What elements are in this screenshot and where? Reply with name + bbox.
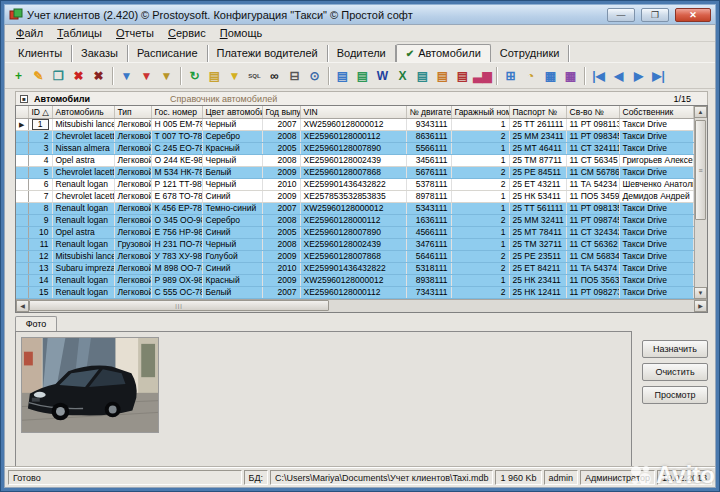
column-header-3[interactable]: Тип xyxy=(114,106,151,118)
horizontal-scrollbar[interactable]: ◀ ||| ▶ xyxy=(16,299,707,312)
row-selector-cell[interactable] xyxy=(16,154,28,166)
column-header-4[interactable]: Гос. номер xyxy=(151,106,202,118)
table-row[interactable]: 13Subaru imprezaЛегковойМ 898 ОО-78Синий… xyxy=(16,262,693,274)
table-row[interactable]: 14Renault loganЛегковойР 989 ОХ-98Красны… xyxy=(16,274,693,286)
row-selector-cell[interactable] xyxy=(16,214,28,226)
vertical-scrollbar[interactable]: ▲ ≡ ▼ xyxy=(694,106,707,299)
export-template-icon[interactable]: ▤ xyxy=(433,66,452,85)
maximize-button[interactable]: ❐ xyxy=(641,8,669,22)
minimize-button[interactable]: — xyxy=(607,8,635,22)
scroll-right-icon[interactable]: ▶ xyxy=(694,300,707,312)
export-pdf-icon[interactable]: ▤ xyxy=(453,66,472,85)
column-header-12[interactable]: Собственник xyxy=(619,106,693,118)
vertical-scroll-thumb[interactable]: ≡ xyxy=(695,120,706,220)
tab-заказы[interactable]: Заказы xyxy=(72,45,128,62)
calculator-icon[interactable]: ⊞ xyxy=(501,66,520,85)
table-row[interactable]: 9Renault loganЛегковойО 345 ОО-98Серебро… xyxy=(16,214,693,226)
refresh-icon[interactable]: ↻ xyxy=(185,66,204,85)
filter-remove-icon[interactable]: ▼ xyxy=(137,66,156,85)
table-row[interactable]: 15Renault loganЛегковойС 555 ОС-78Белый2… xyxy=(16,286,693,298)
edit-record-icon[interactable]: ✎ xyxy=(29,66,48,85)
grid-blue-icon[interactable]: ▦ xyxy=(541,66,560,85)
row-selector-cell[interactable] xyxy=(16,130,28,142)
column-header-1[interactable]: ID △ xyxy=(28,106,52,118)
row-selector-cell[interactable] xyxy=(16,250,28,262)
column-header-7[interactable]: VIN xyxy=(300,106,406,118)
menu-отчеты[interactable]: Отчеты xyxy=(109,26,161,40)
export-copy-icon[interactable]: ▤ xyxy=(353,66,372,85)
column-header-2[interactable]: Автомобиль xyxy=(52,106,114,118)
assign-photo-button[interactable]: Назначить xyxy=(642,340,708,358)
export-excel-icon[interactable]: X xyxy=(393,66,412,85)
preview-icon[interactable]: ⊙ xyxy=(305,66,324,85)
tab-клиенты[interactable]: Клиенты xyxy=(9,45,72,62)
menu-файл[interactable]: Файл xyxy=(9,26,50,40)
view-photo-button[interactable]: Просмотр xyxy=(642,386,708,404)
table-row[interactable]: 8Renault loganЛегковойК 456 ЕР-78Темно-с… xyxy=(16,202,693,214)
scroll-up-icon[interactable]: ▲ xyxy=(694,106,707,118)
menu-сервис[interactable]: Сервис xyxy=(161,26,213,40)
tab-платежи-водителей[interactable]: Платежи водителей xyxy=(208,45,328,62)
row-selector-cell[interactable] xyxy=(16,238,28,250)
close-button[interactable]: ✕ xyxy=(675,8,711,22)
clock-icon[interactable]: ◔ xyxy=(521,66,540,85)
table-row[interactable]: 10Opel astraЛегковойЕ 756 НР-98Синий2005… xyxy=(16,226,693,238)
row-selector-cell[interactable]: ▶ xyxy=(16,118,28,130)
column-header-8[interactable]: № двигателя xyxy=(406,106,451,118)
table-row[interactable]: 7Chevrolet lacettiЛегковойЕ 678 ТО-78Син… xyxy=(16,190,693,202)
nav-next-icon[interactable]: ▶ xyxy=(629,66,648,85)
tab-photo[interactable]: Фото xyxy=(15,316,57,331)
table-row[interactable]: 11Renault loganГрузовойН 231 ПО-78Черный… xyxy=(16,238,693,250)
row-selector-cell[interactable] xyxy=(16,262,28,274)
row-selector-cell[interactable] xyxy=(16,286,28,298)
sql-icon[interactable]: SQL xyxy=(245,66,264,85)
chart-icon[interactable]: ▃▆ xyxy=(473,66,492,85)
tab-расписание[interactable]: Расписание xyxy=(128,45,208,62)
clear-photo-button[interactable]: Очистить xyxy=(642,363,708,381)
export-html-icon[interactable]: ▤ xyxy=(413,66,432,85)
row-selector-cell[interactable] xyxy=(16,202,28,214)
tab-сотрудники[interactable]: Сотрудники xyxy=(491,45,570,62)
menu-помощь[interactable]: Помощь xyxy=(213,26,270,40)
row-selector-cell[interactable] xyxy=(16,274,28,286)
filter-icon[interactable]: ▼ xyxy=(117,66,136,85)
table-row[interactable]: 4Opel astraЛегковойО 244 КЕ-98Черный2008… xyxy=(16,154,693,166)
column-header-6[interactable]: Год выпуска xyxy=(262,106,300,118)
tab-водители[interactable]: Водители xyxy=(328,45,396,62)
nav-prev-icon[interactable]: ◀ xyxy=(609,66,628,85)
export-doc-icon[interactable]: ▤ xyxy=(333,66,352,85)
nav-last-icon[interactable]: ▶| xyxy=(649,66,668,85)
filter-edit-icon[interactable]: ▼ xyxy=(157,66,176,85)
column-header-5[interactable]: Цвет автомобиля xyxy=(202,106,262,118)
copy-record-icon[interactable]: ❐ xyxy=(49,66,68,85)
column-header-9[interactable]: Гаражный номер xyxy=(451,106,509,118)
grid-purple-icon[interactable]: ▦ xyxy=(561,66,580,85)
column-header-10[interactable]: Паспорт № xyxy=(509,106,566,118)
scroll-left-icon[interactable]: ◀ xyxy=(16,300,29,312)
row-selector-cell[interactable] xyxy=(16,178,28,190)
table-row[interactable]: 12Mitsubishi lancerЛегковойУ 783 ХУ-98Го… xyxy=(16,250,693,262)
table-row[interactable]: ▶1Mitsubishi lancerЛегковойН 005 ЕМ-78Че… xyxy=(16,118,693,130)
delete-record-icon[interactable]: ✖ xyxy=(69,66,88,85)
table-row[interactable]: 5Chevrolet lacettiЛегковойМ 534 НК-78Бел… xyxy=(16,166,693,178)
filter-favorite-icon[interactable]: ▼ xyxy=(225,66,244,85)
nav-first-icon[interactable]: |◀ xyxy=(589,66,608,85)
tree-view-icon[interactable]: ▤ xyxy=(205,66,224,85)
delete-filtered-icon[interactable]: ✖ xyxy=(89,66,108,85)
scroll-down-icon[interactable]: ▼ xyxy=(694,287,707,299)
horizontal-scroll-thumb[interactable]: ||| xyxy=(29,300,329,311)
row-selector-cell[interactable] xyxy=(16,166,28,178)
table-row[interactable]: 3Nissan almeraЛегковойС 245 ЕО-78Красный… xyxy=(16,142,693,154)
print-icon[interactable]: ⊟ xyxy=(285,66,304,85)
find-icon[interactable]: ∞ xyxy=(265,66,284,85)
column-header-11[interactable]: Св-во № xyxy=(566,106,619,118)
row-selector-cell[interactable] xyxy=(16,142,28,154)
row-selector-cell[interactable] xyxy=(16,226,28,238)
export-word-icon[interactable]: W xyxy=(373,66,392,85)
collapse-section-icon[interactable]: ■ xyxy=(20,95,28,103)
tab-автомобили[interactable]: ✔Автомобили xyxy=(396,44,491,62)
menu-таблицы[interactable]: Таблицы xyxy=(50,26,109,40)
add-record-icon[interactable]: + xyxy=(9,66,28,85)
row-selector-cell[interactable] xyxy=(16,190,28,202)
table-row[interactable]: 6Renault loganЛегковойР 121 ТТ-98Черный2… xyxy=(16,178,693,190)
